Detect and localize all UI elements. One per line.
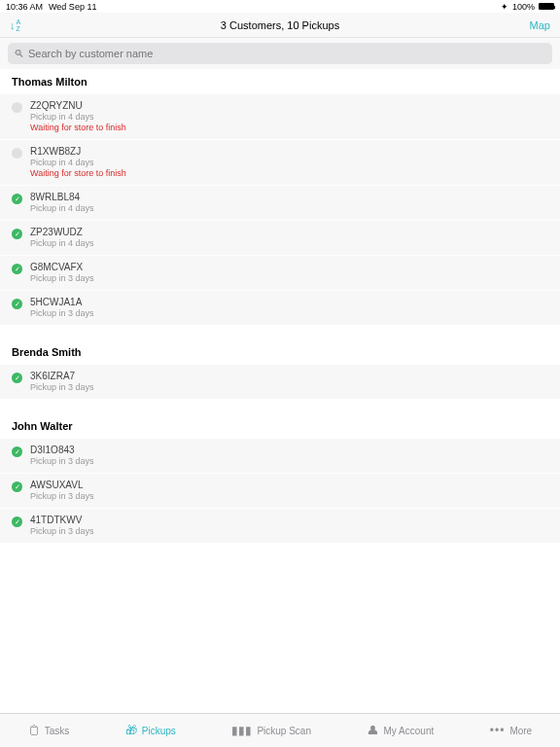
status-ready-icon [12, 446, 22, 457]
tab-pickups[interactable]: 🎁︎ Pickups [125, 724, 176, 737]
row-body: 8WRLBL84Pickup in 4 days [30, 192, 548, 213]
status-bar: 10:36 AM Wed Sep 11 ✦ 100% [0, 0, 560, 13]
section-header: John Walter [0, 413, 560, 439]
pickup-sub: Pickup in 4 days [30, 112, 548, 122]
pickup-row[interactable]: 3K6IZRA7Pickup in 3 days [0, 365, 560, 400]
pickup-code: R1XWB8ZJ [30, 146, 548, 157]
pickup-row[interactable]: R1XWB8ZJPickup in 4 daysWaiting for stor… [0, 140, 560, 186]
pickup-sub: Pickup in 3 days [30, 308, 548, 318]
tab-my-account[interactable]: 👤︎ My Account [368, 724, 435, 737]
pickup-sub: Pickup in 3 days [30, 382, 548, 392]
tab-tasks[interactable]: 📋︎ Tasks [28, 724, 70, 737]
pickup-sub: Pickup in 4 days [30, 203, 548, 213]
status-time: 10:36 AM [6, 2, 43, 12]
pickup-code: Z2QRYZNU [30, 100, 548, 111]
sort-button[interactable]: ↓ AZ [10, 18, 20, 32]
section-gap [0, 326, 560, 339]
page-title: 3 Customers, 10 Pickups [221, 19, 339, 31]
clipboard-icon: 📋︎ [28, 724, 40, 737]
row-body: R1XWB8ZJPickup in 4 daysWaiting for stor… [30, 146, 548, 178]
row-body: 3K6IZRA7Pickup in 3 days [30, 371, 548, 392]
tab-more[interactable]: ••• More [490, 724, 532, 737]
tab-bar: 📋︎ Tasks 🎁︎ Pickups ▮▮▮ Pickup Scan 👤︎ M… [0, 713, 560, 747]
section-header: Thomas Milton [0, 69, 560, 94]
search-input[interactable] [28, 48, 546, 59]
pickup-row[interactable]: AWSUXAVLPickup in 3 days [0, 474, 560, 509]
status-ready-icon [12, 299, 22, 309]
sort-arrow-icon: ↓ [10, 19, 16, 31]
search-icon: 🔍︎ [14, 48, 24, 59]
tab-label: My Account [384, 726, 435, 736]
tab-label: Pickups [142, 726, 176, 736]
pickup-row[interactable]: 5HCWJA1APickup in 3 days [0, 291, 560, 326]
person-icon: 👤︎ [368, 724, 379, 737]
tab-label: Tasks [45, 726, 70, 736]
pickup-sub: Pickup in 4 days [30, 238, 548, 248]
pickup-code: 3K6IZRA7 [30, 371, 548, 381]
battery-icon [539, 3, 554, 10]
row-body: AWSUXAVLPickup in 3 days [30, 480, 548, 501]
status-date: Wed Sep 11 [49, 2, 96, 12]
status-ready-icon [12, 264, 22, 274]
pickup-code: ZP23WUDZ [30, 227, 548, 237]
pickup-warning: Waiting for store to finish [30, 123, 548, 132]
wifi-icon: ✦ [501, 2, 508, 12]
section-gap [0, 400, 560, 413]
barcode-icon: ▮▮▮ [231, 724, 252, 737]
nav-header: ↓ AZ 3 Customers, 10 Pickups Map [0, 13, 560, 38]
tab-pickup-scan[interactable]: ▮▮▮ Pickup Scan [231, 724, 311, 737]
search-wrap: 🔍︎ [0, 38, 560, 69]
pickup-code: D3I1O843 [30, 445, 548, 455]
pickup-code: 5HCWJA1A [30, 297, 548, 307]
row-body: 5HCWJA1APickup in 3 days [30, 297, 548, 318]
pickup-sub: Pickup in 3 days [30, 491, 548, 501]
pickup-row[interactable]: ZP23WUDZPickup in 4 days [0, 221, 560, 256]
pickup-sub: Pickup in 3 days [30, 526, 548, 536]
row-body: 41TDTKWVPickup in 3 days [30, 515, 548, 536]
tab-label: More [509, 726, 532, 736]
pickup-list: Thomas MiltonZ2QRYZNUPickup in 4 daysWai… [0, 69, 560, 544]
pickup-warning: Waiting for store to finish [30, 168, 548, 178]
status-ready-icon [12, 481, 22, 492]
status-pending-icon [12, 148, 22, 159]
pickup-code: 41TDTKWV [30, 515, 548, 525]
tab-label: Pickup Scan [257, 726, 311, 736]
row-body: D3I1O843Pickup in 3 days [30, 445, 548, 466]
pickup-code: AWSUXAVL [30, 480, 548, 490]
pickup-row[interactable]: 8WRLBL84Pickup in 4 days [0, 186, 560, 221]
pickup-sub: Pickup in 3 days [30, 273, 548, 283]
status-ready-icon [12, 194, 22, 204]
pickup-code: 8WRLBL84 [30, 192, 548, 202]
pickup-row[interactable]: G8MCVAFXPickup in 3 days [0, 256, 560, 291]
section-header: Brenda Smith [0, 339, 560, 365]
pickup-sub: Pickup in 4 days [30, 158, 548, 167]
pickup-row[interactable]: Z2QRYZNUPickup in 4 daysWaiting for stor… [0, 94, 560, 140]
row-body: Z2QRYZNUPickup in 4 daysWaiting for stor… [30, 100, 548, 132]
pickup-code: G8MCVAFX [30, 262, 548, 272]
status-ready-icon [12, 373, 22, 383]
map-button[interactable]: Map [530, 19, 550, 31]
search-field[interactable]: 🔍︎ [8, 43, 552, 64]
pickup-sub: Pickup in 3 days [30, 456, 548, 466]
gift-icon: 🎁︎ [125, 724, 137, 737]
row-body: G8MCVAFXPickup in 3 days [30, 262, 548, 283]
pickup-row[interactable]: 41TDTKWVPickup in 3 days [0, 509, 560, 544]
status-ready-icon [12, 516, 22, 527]
row-body: ZP23WUDZPickup in 4 days [30, 227, 548, 248]
battery-pct: 100% [512, 2, 535, 12]
status-pending-icon [12, 102, 22, 113]
status-ready-icon [12, 229, 22, 239]
more-icon: ••• [490, 724, 506, 737]
pickup-row[interactable]: D3I1O843Pickup in 3 days [0, 439, 560, 474]
